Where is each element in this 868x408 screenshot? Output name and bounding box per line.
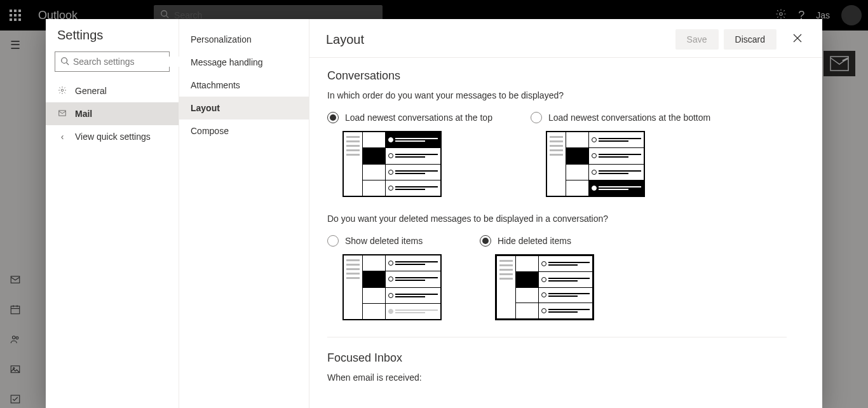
section-divider: [327, 337, 787, 337]
subnav-layout[interactable]: Layout: [179, 97, 309, 119]
option-hide-deleted[interactable]: Hide deleted items: [480, 235, 594, 320]
section-focused-heading: Focused Inbox: [327, 351, 803, 365]
option-newest-top[interactable]: Load newest conversations at the top: [327, 112, 492, 197]
preview-hide-deleted: [495, 254, 594, 320]
settings-search-input[interactable]: [73, 57, 184, 67]
preview-show-deleted: [342, 254, 442, 320]
nav-label: Mail: [75, 109, 92, 119]
radio-label: Load newest conversations at the bottom: [548, 112, 710, 123]
panel-header: Layout Save Discard: [309, 19, 822, 58]
settings-title: Settings: [46, 28, 179, 51]
section-conversations-heading: Conversations: [327, 69, 803, 83]
radio-label: Load newest conversations at the top: [345, 112, 492, 123]
discard-button[interactable]: Discard: [724, 29, 776, 50]
preview-newest-top: [342, 131, 442, 197]
nav-label: View quick settings: [75, 132, 151, 142]
radio-hide-deleted[interactable]: [480, 235, 491, 247]
panel-title: Layout: [326, 32, 670, 47]
conversation-order-question: In which order do you want your messages…: [327, 90, 803, 100]
close-button[interactable]: [789, 30, 806, 49]
radio-label: Show deleted items: [345, 236, 423, 246]
chevron-left-icon: ‹: [57, 132, 67, 142]
radio-label: Hide deleted items: [498, 236, 571, 246]
gear-icon: [57, 86, 67, 97]
search-icon: [60, 57, 69, 67]
focused-question: When email is received:: [327, 372, 803, 383]
option-newest-bottom[interactable]: Load newest conversations at the bottom: [531, 112, 710, 197]
settings-subnav-column: Personalization Message handling Attachm…: [179, 19, 309, 408]
svg-rect-17: [59, 110, 66, 115]
nav-mail[interactable]: Mail: [46, 102, 179, 125]
settings-nav-column: Settings General Mail ‹ View quick setti…: [46, 19, 179, 408]
close-icon: [793, 34, 802, 43]
nav-label: General: [75, 86, 107, 96]
panel-body[interactable]: Conversations In which order do you want…: [311, 58, 822, 408]
svg-point-14: [62, 57, 67, 63]
radio-show-deleted[interactable]: [327, 235, 339, 247]
option-show-deleted[interactable]: Show deleted items: [327, 235, 442, 320]
save-button[interactable]: Save: [675, 29, 719, 50]
subnav-compose[interactable]: Compose: [179, 119, 309, 142]
subnav-attachments[interactable]: Attachments: [179, 74, 309, 97]
nav-general[interactable]: General: [46, 79, 179, 102]
subnav-message-handling[interactable]: Message handling: [179, 51, 309, 74]
nav-quick-settings[interactable]: ‹ View quick settings: [46, 125, 179, 148]
settings-detail-column: Layout Save Discard Conversations In whi…: [309, 19, 822, 408]
settings-modal: Settings General Mail ‹ View quick setti…: [46, 19, 822, 408]
radio-newest-top[interactable]: [327, 112, 339, 123]
radio-newest-bottom[interactable]: [531, 112, 542, 123]
subnav-personalization[interactable]: Personalization: [179, 28, 309, 51]
settings-search-box[interactable]: [55, 51, 170, 72]
deleted-items-question: Do you want your deleted messages to be …: [327, 214, 803, 224]
svg-point-16: [61, 89, 64, 92]
preview-newest-bottom: [546, 131, 645, 197]
svg-line-15: [67, 62, 69, 65]
mail-icon: [57, 109, 67, 119]
